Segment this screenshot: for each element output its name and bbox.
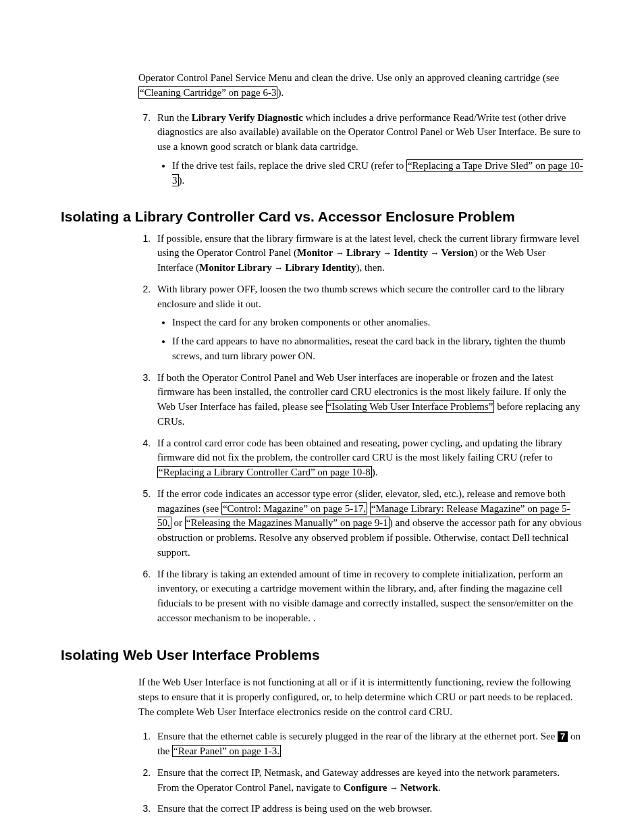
a1-b4: Version: [441, 247, 475, 258]
section-b-item-3: Ensure that the correct IP address is be…: [153, 802, 583, 816]
section-a-item-4: If a control card error code has been ob…: [153, 436, 583, 480]
link-control-magazine[interactable]: “Control: Magazine” on page 5-17,: [221, 502, 367, 515]
heading-isolating-wui-problems: Isolating Web User Interface Problems: [61, 645, 583, 665]
a1-b6: Library Identity: [285, 262, 356, 273]
step-7-sub: If the drive test fails, replace the dri…: [172, 159, 583, 188]
section-a-item-5: If the error code indicates an accessor …: [153, 487, 583, 561]
link-releasing-magazines-manually[interactable]: “Releasing the Magazines Manually” on pa…: [185, 517, 390, 529]
callout-7-icon: 7: [558, 731, 568, 742]
preamble-para: Operator Control Panel Service Menu and …: [138, 71, 583, 101]
b2-arr: →: [387, 783, 401, 793]
a2-text: With library power OFF, loosen the two t…: [157, 284, 564, 309]
section-a-body: If possible, ensure that the library fir…: [138, 232, 583, 626]
a1-b5: Monitor Library: [199, 262, 272, 273]
link-isolating-wui-problems[interactable]: “Isolating Web User Interface Problems”: [326, 400, 495, 413]
section-a-item-1: If possible, ensure that the library fir…: [153, 232, 583, 276]
b1-pre: Ensure that the ethernet cable is secure…: [157, 731, 558, 741]
section-b-intro: If the Web User Interface is not functio…: [138, 675, 583, 719]
preamble-tail: ).: [277, 87, 284, 98]
section-a-item-6: If the library is taking an extended amo…: [153, 567, 583, 626]
section-a-item-3: If both the Operator Control Panel and W…: [153, 371, 583, 429]
a2-sublist: Inspect the card for any broken componen…: [157, 315, 583, 363]
link-cleaning-cartridge[interactable]: “Cleaning Cartridge” on page 6-3: [138, 86, 277, 99]
a1-arr4: →: [272, 263, 286, 273]
a2-sub2: If the card appears to have no abnormali…: [172, 334, 583, 364]
step-7-sub-tail: ).: [179, 175, 185, 186]
link-replacing-controller-card[interactable]: “Replacing a Library Controller Card” on…: [157, 466, 372, 478]
step-7-sub-pre: If the drive test fails, replace the dri…: [172, 160, 406, 171]
b2-b1: Configure: [344, 782, 387, 793]
a1-b3: Identity: [394, 247, 428, 258]
a5-mid: or: [171, 517, 185, 528]
a1-arr1: →: [333, 248, 346, 258]
a1-b1: Monitor: [297, 247, 333, 258]
preamble-text: Operator Control Panel Service Menu and …: [138, 72, 559, 83]
step-7-pre: Run the: [157, 112, 192, 123]
heading-isolating-controller-card: Isolating a Library Controller Card vs. …: [61, 207, 583, 227]
a4-tail: ).: [372, 467, 378, 477]
step-7: Run the Library Verify Diagnostic which …: [153, 111, 583, 188]
step-7-bold: Library Verify Diagnostic: [192, 112, 303, 123]
a1-tail: ), then.: [356, 262, 385, 273]
section-a-list: If possible, ensure that the library fir…: [138, 232, 583, 626]
a1-arr2: →: [381, 248, 394, 258]
b2-b2: Network: [400, 782, 438, 793]
section-b-list: Ensure that the ethernet cable is secure…: [138, 729, 583, 816]
section-b-item-1: Ensure that the ethernet cable is secure…: [153, 729, 583, 759]
continued-ordered-list: Run the Library Verify Diagnostic which …: [138, 111, 583, 188]
section-b-body: If the Web User Interface is not functio…: [138, 675, 583, 816]
a1-arr3: →: [428, 248, 441, 258]
section-a-item-2: With library power OFF, loosen the two t…: [153, 282, 583, 364]
preamble-block: Operator Control Panel Service Menu and …: [138, 71, 583, 188]
link-rear-panel[interactable]: “Rear Panel” on page 1-3.: [172, 745, 281, 757]
a4-pre: If a control card error code has been ob…: [157, 438, 562, 463]
a2-sub1: Inspect the card for any broken componen…: [172, 315, 583, 330]
a1-b2: Library: [346, 247, 381, 258]
step-7-sublist: If the drive test fails, replace the dri…: [157, 159, 583, 188]
b2-tail: .: [438, 782, 441, 793]
section-b-item-2: Ensure that the correct IP, Netmask, and…: [153, 766, 583, 796]
